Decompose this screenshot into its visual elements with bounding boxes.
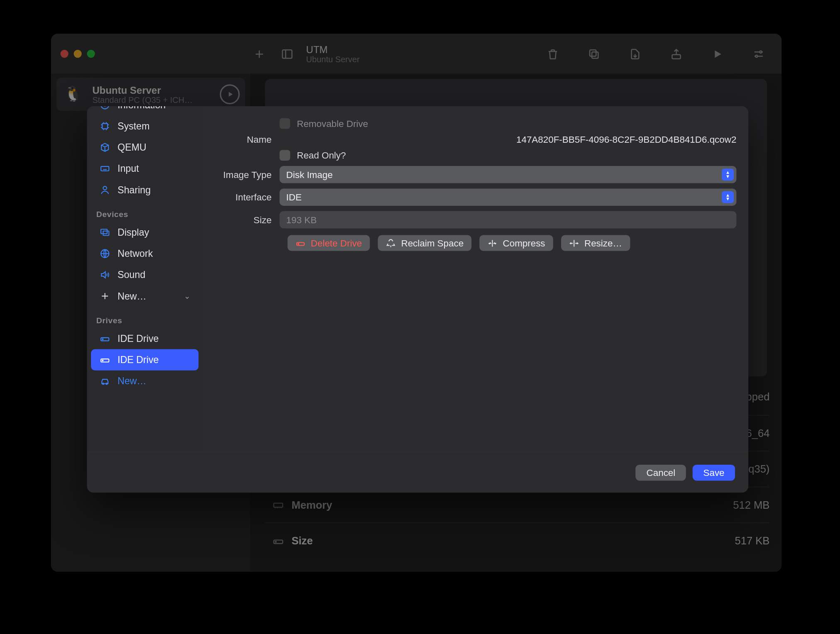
settings-sidebar: InformationSystemQEMUInputSharingDevices… <box>87 106 203 451</box>
image-type-select[interactable]: Disk Image ▲▼ <box>280 166 737 183</box>
cpu-icon <box>99 120 111 132</box>
readonly-checkbox[interactable] <box>280 150 291 161</box>
interface-value: IDE <box>286 192 302 202</box>
cube-icon <box>99 141 111 154</box>
nav-item-information[interactable]: Information <box>91 106 198 115</box>
cancel-label: Cancel <box>647 467 676 478</box>
nav-item-device-new[interactable]: New…⌄ <box>91 285 198 307</box>
compress-label: Compress <box>503 238 545 249</box>
car-icon <box>99 375 111 387</box>
nav-label: IDE Drive <box>117 333 159 344</box>
svg-rect-17 <box>103 231 109 236</box>
nav-label: Sound <box>117 270 145 280</box>
globe-icon <box>99 248 111 260</box>
name-value: 147A820F-BB5F-4096-8C2F-9B2DD4B841D6.qco… <box>280 134 737 145</box>
svg-point-22 <box>102 360 103 361</box>
image-type-label: Image Type <box>215 169 280 180</box>
reclaim-space-label: Reclaim Space <box>401 238 464 249</box>
drive-form: Removable Drive Name 147A820F-BB5F-4096-… <box>203 106 748 451</box>
plus-icon <box>99 290 111 302</box>
removable-checkbox <box>280 118 291 129</box>
nav-label: IDE Drive <box>117 354 159 365</box>
settings-sheet: InformationSystemQEMUInputSharingDevices… <box>87 106 749 493</box>
nav-label: Information <box>117 106 166 110</box>
keyboard-icon <box>99 163 111 175</box>
nav-label: New… <box>117 291 147 302</box>
resize-icon <box>569 238 579 248</box>
svg-rect-16 <box>101 229 107 234</box>
compress-button[interactable]: Compress <box>480 235 553 251</box>
svg-point-20 <box>102 339 103 340</box>
nav-label: Input <box>117 163 139 174</box>
nav-item-display[interactable]: Display <box>91 222 198 243</box>
nav-item-network[interactable]: Network <box>91 243 198 264</box>
svg-rect-14 <box>101 166 109 171</box>
nav-item-qemu[interactable]: QEMU <box>91 137 198 158</box>
size-input[interactable]: 193 KB <box>280 211 737 229</box>
save-label: Save <box>703 467 725 478</box>
nav-label: Network <box>117 248 153 259</box>
resize-label: Resize… <box>584 238 622 249</box>
nav-label: Sharing <box>117 185 151 195</box>
sheet-footer: Cancel Save <box>87 451 749 493</box>
recycle-icon <box>386 238 396 248</box>
group-header-drives: Drives <box>87 307 203 328</box>
speaker-icon <box>99 269 111 281</box>
nav-item-drive-new[interactable]: New… <box>91 371 198 392</box>
chevron-up-down-icon: ▲▼ <box>722 168 734 180</box>
svg-point-15 <box>103 186 107 190</box>
cancel-button[interactable]: Cancel <box>636 464 686 480</box>
save-button[interactable]: Save <box>693 464 735 480</box>
drive-icon <box>99 333 111 345</box>
nav-label: QEMU <box>117 142 147 153</box>
removable-label: Removable Drive <box>297 118 368 129</box>
readonly-label: Read Only? <box>297 150 346 161</box>
svg-point-26 <box>298 243 299 244</box>
compress-icon <box>488 238 498 248</box>
interface-label: Interface <box>215 192 280 202</box>
nav-label: System <box>117 121 149 132</box>
display-icon <box>99 227 111 239</box>
size-label: Size <box>215 215 280 225</box>
group-header-devices: Devices <box>87 200 203 222</box>
delete-drive-button[interactable]: Delete Drive <box>288 235 370 251</box>
chevron-right-icon: ⌄ <box>184 291 190 300</box>
nav-label: Display <box>117 227 149 238</box>
nav-label: New… <box>117 376 147 387</box>
resize-button[interactable]: Resize… <box>561 235 630 251</box>
svg-rect-13 <box>102 124 107 129</box>
drive-icon <box>295 238 305 248</box>
nav-item-ide1[interactable]: IDE Drive <box>91 349 198 371</box>
size-value: 193 KB <box>286 215 317 225</box>
drive-icon <box>99 354 111 366</box>
chevron-up-down-icon: ▲▼ <box>722 191 734 203</box>
nav-item-ide0[interactable]: IDE Drive <box>91 328 198 349</box>
reclaim-space-button[interactable]: Reclaim Space <box>378 235 471 251</box>
nav-item-sharing[interactable]: Sharing <box>91 179 198 200</box>
name-label: Name <box>215 134 280 145</box>
interface-select[interactable]: IDE ▲▼ <box>280 188 737 206</box>
image-type-value: Disk Image <box>286 169 333 180</box>
info-icon <box>99 106 111 111</box>
delete-drive-label: Delete Drive <box>311 238 362 249</box>
nav-item-input[interactable]: Input <box>91 158 198 179</box>
person-icon <box>99 184 111 196</box>
nav-item-system[interactable]: System <box>91 115 198 137</box>
nav-item-sound[interactable]: Sound <box>91 264 198 285</box>
